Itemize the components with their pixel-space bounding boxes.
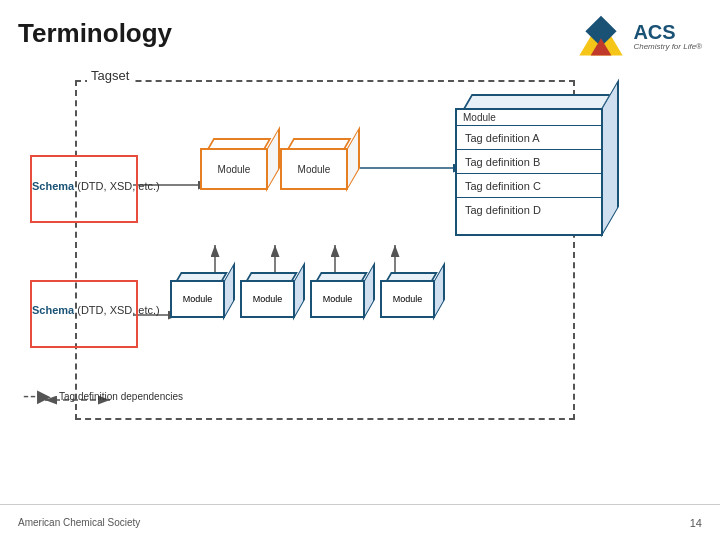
module-main-label: Module bbox=[457, 110, 601, 125]
module-top-right: Module bbox=[280, 148, 348, 190]
module-bottom-2: Module bbox=[240, 280, 295, 318]
footer-page-number: 14 bbox=[690, 517, 702, 529]
dependency-label: - - ▶ Tag definition dependencies bbox=[23, 385, 183, 407]
acs-logo-text: ACS Chemistry for Life® bbox=[633, 21, 702, 52]
schema-top-label: Schema (DTD, XSD, etc.) bbox=[32, 180, 160, 192]
schema-bottom-label: Schema (DTD, XSD, etc.) bbox=[32, 304, 160, 316]
module-main-side bbox=[601, 78, 619, 237]
acs-logo: ACS Chemistry for Life® bbox=[575, 10, 702, 62]
module-top-left: Module bbox=[200, 148, 268, 190]
module-bottom-4: Module bbox=[380, 280, 435, 318]
tagset-label: Tagset bbox=[87, 68, 133, 83]
tag-def-b: Tag definition B bbox=[457, 150, 601, 174]
acs-tagline-label: Chemistry for Life® bbox=[633, 43, 702, 52]
footer: American Chemical Society 14 bbox=[0, 504, 720, 540]
module-bottom-3: Module bbox=[310, 280, 365, 318]
tag-def-c: Tag definition C bbox=[457, 174, 601, 198]
acs-name-label: ACS bbox=[633, 21, 702, 43]
header: Terminology ACS Chemistry for Life® bbox=[0, 0, 720, 62]
diagram-area: Tagset Schema (DTD, XSD, etc.) Module Mo… bbox=[15, 80, 705, 490]
module-main-front: Module Tag definition A Tag definition B… bbox=[455, 108, 603, 236]
module-bottom-1: Module bbox=[170, 280, 225, 318]
acs-logo-icon bbox=[575, 10, 627, 62]
tag-def-d: Tag definition D bbox=[457, 198, 601, 222]
footer-left-label: American Chemical Society bbox=[18, 517, 140, 528]
page-title: Terminology bbox=[18, 10, 172, 49]
tag-def-a: Tag definition A bbox=[457, 126, 601, 150]
